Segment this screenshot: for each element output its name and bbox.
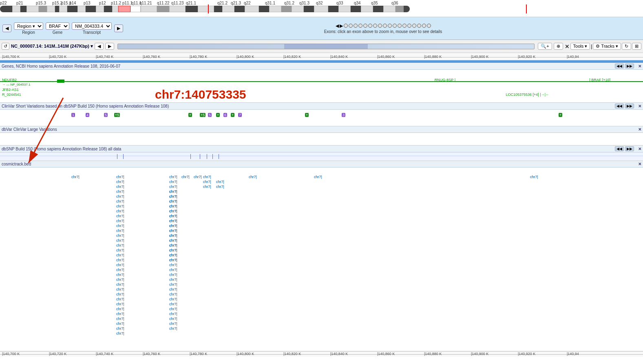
ruler-scale <box>117 44 535 49</box>
exon-18[interactable] <box>427 24 431 28</box>
band-label: q11.22 <box>157 1 170 5</box>
dbsnp-track-body <box>0 152 643 161</box>
gene-select[interactable]: BRAF <box>46 22 69 30</box>
clinvar-badge-6[interactable]: 6 <box>223 113 227 117</box>
nav-right-btn[interactable]: ▶ <box>105 43 114 50</box>
zoom-reset-btn[interactable]: ⊕ <box>554 43 563 50</box>
band-label: p13 <box>84 1 91 5</box>
forward-button[interactable]: ▶ <box>114 24 123 32</box>
exon-8[interactable] <box>378 24 382 28</box>
reload-button[interactable]: ↺ <box>2 43 9 50</box>
exon-12[interactable] <box>398 24 402 28</box>
dbsnp-tick <box>200 154 200 159</box>
exon-13[interactable] <box>402 24 407 28</box>
cosmic-entry: chr7| <box>116 248 124 252</box>
zoom-in-btn[interactable]: 🔍+ <box>538 43 552 50</box>
config-btn[interactable]: ⊞ <box>632 43 641 50</box>
clinvar-badge-plus2[interactable]: + <box>216 113 220 117</box>
exon-10[interactable] <box>388 24 392 28</box>
ruler-coords[interactable]: NC_000007.14: 141M..141M (247Kbp) ▾ <box>11 44 93 49</box>
band-label: p21 <box>16 1 23 5</box>
exon-1[interactable] <box>344 24 348 28</box>
clinvar-badge-5b[interactable]: +5 <box>114 113 120 117</box>
exon-4[interactable] <box>358 24 362 28</box>
cosmic-entry: chr7| <box>116 302 124 306</box>
cosmic-entry: chr7| <box>116 263 124 267</box>
genes-track-body: ← ← ← ← NDUFB2 → — NP_004537.1 JFB2-AS1 … <box>0 70 643 102</box>
dbsnp-close-btn[interactable]: ✕ <box>638 147 641 151</box>
cosmic-entry: chr7| <box>169 190 177 194</box>
clinvar-next-btn[interactable]: ▶▶ <box>625 104 634 108</box>
dbsnp-next-btn[interactable]: ▶▶ <box>625 146 634 151</box>
next-exon-btn[interactable]: ▶ <box>340 23 343 29</box>
dbsnp-track-header: dbSNP Build 150 (Homo sapiens Annotation… <box>0 146 643 152</box>
cosmic-entry: chr7| <box>203 175 211 179</box>
tools-icon[interactable]: ✕ <box>565 43 570 50</box>
gene-label: Gene <box>53 30 62 35</box>
transcript-select[interactable]: NM_004333.4 <box>72 22 112 30</box>
clinvar-badge-5c[interactable]: +5 <box>200 113 205 117</box>
exon-5[interactable] <box>363 24 367 28</box>
genes-next-btn[interactable]: ▶▶ <box>625 64 634 68</box>
gene-block <box>57 79 64 83</box>
gene-loc105: LOC105375536 [+4] |→|← <box>506 93 550 97</box>
exon-7[interactable] <box>373 24 377 28</box>
prev-exon-btn[interactable]: ◀ <box>336 23 339 29</box>
cosmic-entry: chr7| <box>116 199 124 203</box>
cosmic-entry: chr7| <box>116 175 124 179</box>
clinvar-close-btn[interactable]: ✕ <box>638 104 641 108</box>
band-label: q31.1 <box>265 1 275 5</box>
cosmic-entry: chr7| <box>116 194 124 199</box>
clinvar-badge-4[interactable]: 4 <box>86 113 89 117</box>
cosmic-close-btn[interactable]: ✕ <box>638 162 641 166</box>
clinvar-badge-plus1[interactable]: + <box>188 113 192 117</box>
clinvar-badge-plus4[interactable]: + <box>305 113 309 117</box>
cosmic-entry: chr7| <box>216 185 224 189</box>
band-label: q11.21 <box>139 1 152 5</box>
cosmic-entry: chr7| <box>203 185 211 189</box>
cosmic-entry: chr7| <box>169 238 177 243</box>
region-select[interactable]: Region ▾ <box>14 22 43 30</box>
clinvar-badge-3[interactable]: 3 <box>342 113 345 117</box>
exon-17[interactable] <box>422 24 426 28</box>
tracks-btn[interactable]: ⚙ Tracks ▾ <box>593 43 621 50</box>
exon-3[interactable] <box>354 24 358 28</box>
genes-prev-btn[interactable]: ◀◀ <box>615 64 624 68</box>
tools-btn[interactable]: Tools ▾ <box>570 43 590 50</box>
refresh-btn[interactable]: ↻ <box>622 43 631 50</box>
ruler-bar: ↺ NC_000007.14: 141M..141M (247Kbp) ▾ ◀ … <box>0 40 643 53</box>
cosmic-entry: chr7| <box>169 287 177 291</box>
cosmic-track: cosmictrack.bed ✕ chr7|chr7|chr7|chr7|ch… <box>0 161 643 351</box>
genes-close-btn[interactable]: ✕ <box>638 64 641 68</box>
clinvar-prev-btn[interactable]: ◀◀ <box>615 104 624 108</box>
cosmic-entry: chr7| <box>116 326 124 331</box>
exon-9[interactable] <box>383 24 387 28</box>
gene-rnug8sp: RNUG-8SP | <box>435 78 455 82</box>
cosmic-entry: chr7| <box>116 282 124 287</box>
cosmic-entry: chr7| <box>116 190 124 194</box>
clinvar-badge-plus5[interactable]: + <box>559 113 562 117</box>
nav-left-btn[interactable]: ◀ <box>95 43 104 50</box>
genes-track: Genes, NCBI Homo sapiens Annotation Rele… <box>0 63 643 103</box>
exon-16[interactable] <box>417 24 421 28</box>
cosmic-entry: chr7| <box>169 219 177 223</box>
gene-jfb2: JFB2-AS1 <box>2 88 19 92</box>
cosmic-entry: chr7| <box>169 204 177 208</box>
exon-11[interactable] <box>393 24 397 28</box>
exon-2[interactable] <box>349 24 353 28</box>
clinvar-badge-plus3[interactable]: + <box>231 113 234 117</box>
clinvar-badge-7[interactable]: 7 <box>238 113 242 117</box>
clinvar-badge-1[interactable]: 1 <box>71 113 75 117</box>
coordinate-ruler-top: |140,700 K |140,720 K |140,740 K |140,76… <box>0 53 643 60</box>
clinvar-badge-5a[interactable]: 5 <box>104 113 108 117</box>
exon-6[interactable] <box>368 24 372 28</box>
clinvar-badge-5d[interactable]: 5 <box>208 113 212 117</box>
dbvar-close-btn[interactable]: ✕ <box>638 127 641 132</box>
cosmic-entry: chr7| <box>116 312 124 316</box>
cosmic-entry: chr7| <box>71 175 80 179</box>
exon-15[interactable] <box>412 24 416 28</box>
exon-14[interactable] <box>407 24 411 28</box>
cosmic-entry: chr7| <box>169 175 177 179</box>
dbsnp-prev-btn[interactable]: ◀◀ <box>615 146 624 151</box>
back-button[interactable]: ◀ <box>2 24 11 32</box>
